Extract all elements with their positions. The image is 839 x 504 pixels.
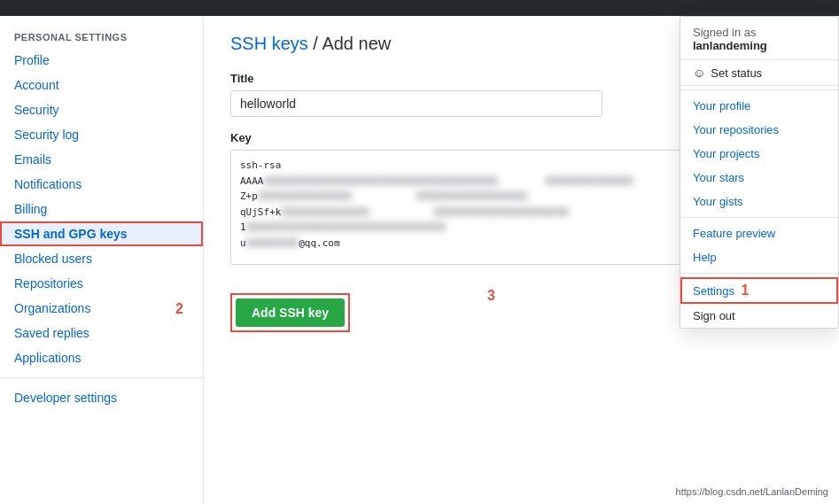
add-ssh-btn-wrapper: Add SSH key xyxy=(230,293,350,332)
sidebar-item-developer-settings[interactable]: Developer settings xyxy=(0,385,203,410)
sidebar-item-emails[interactable]: Emails xyxy=(0,147,203,172)
key-line3: Z+pXXXXXXXXXXXXXXXX XXXXXXXXXXXXXXXXXXX xyxy=(240,189,699,205)
sidebar-item-applications[interactable]: Applications xyxy=(0,345,203,370)
sidebar-item-security[interactable]: Security xyxy=(0,97,203,122)
key-line5: 1XXXXXXXXXXXXXXXXXXXXXXXXXXXXXXXXXX xyxy=(240,220,699,236)
dropdown-menu: Signed in as lanlandeming ☺ Set status Y… xyxy=(680,16,839,329)
dropdown-your-gists[interactable]: Your gists xyxy=(680,190,838,213)
dropdown-settings[interactable]: Settings 1 xyxy=(680,277,838,304)
title-rest: Add new xyxy=(322,34,391,53)
sidebar-item-notifications[interactable]: Notifications xyxy=(0,172,203,197)
top-bar xyxy=(0,0,839,16)
sidebar-item-organizations[interactable]: Organizations xyxy=(0,296,203,321)
dropdown-divider-3 xyxy=(680,273,838,274)
title-input[interactable] xyxy=(230,90,602,117)
key-line6: uXXXXXXXXX@qq.com xyxy=(240,236,699,252)
set-status-label: Set status xyxy=(711,66,762,80)
sidebar-item-blocked-users[interactable]: Blocked users xyxy=(0,246,203,271)
footer-link: https://blog.csdn.net/LanlanDeming xyxy=(676,486,828,497)
add-ssh-button[interactable]: Add SSH key xyxy=(236,299,345,327)
step1-label: 1 xyxy=(742,283,750,298)
dropdown-divider-2 xyxy=(680,217,838,218)
sidebar-item-billing[interactable]: Billing xyxy=(0,197,203,221)
sidebar-item-security-log[interactable]: Security log xyxy=(0,122,203,147)
dropdown-divider-1 xyxy=(680,89,838,90)
sidebar-item-saved-replies[interactable]: Saved replies xyxy=(0,321,203,345)
key-textarea[interactable]: ssh-rsa AAAAXXXXXXXXXXXXXXXXXXXXXXXXXXXX… xyxy=(230,150,709,265)
step3-label: 3 xyxy=(487,288,495,304)
key-line4: qUjSf+kXXXXXXXXXXXXXXX XXXXXXXXXXXXXXXXX… xyxy=(240,205,699,221)
dropdown-your-stars[interactable]: Your stars xyxy=(680,166,838,190)
sidebar-item-ssh-gpg-keys[interactable]: SSH and GPG keys xyxy=(0,221,203,246)
dropdown-help[interactable]: Help xyxy=(680,245,838,269)
step2-label: 2 xyxy=(175,301,183,317)
set-status-item[interactable]: ☺ Set status xyxy=(680,60,838,86)
dropdown-your-repositories[interactable]: Your repositories xyxy=(680,118,838,142)
key-line2: AAAAXXXXXXXXXXXXXXXXXXXXXXXXXXXXXXXXXXXX… xyxy=(240,174,699,190)
dropdown-your-profile[interactable]: Your profile xyxy=(680,94,838,118)
dropdown-username: lanlandeming xyxy=(693,39,826,52)
sidebar-item-profile[interactable]: Profile xyxy=(0,48,203,73)
ssh-keys-link[interactable]: SSH keys xyxy=(230,34,308,53)
signed-in-as-text: Signed in as xyxy=(693,26,757,39)
dropdown-feature-preview[interactable]: Feature preview xyxy=(680,221,838,245)
title-separator: / xyxy=(308,34,322,53)
sidebar: Personal settings Profile Account Securi… xyxy=(0,16,204,504)
dropdown-sign-out[interactable]: Sign out xyxy=(680,304,838,328)
sidebar-item-repositories[interactable]: Repositories xyxy=(0,271,203,296)
sidebar-divider xyxy=(0,377,203,378)
settings-label: Settings xyxy=(693,284,734,298)
sidebar-item-account[interactable]: Account xyxy=(0,73,203,97)
sidebar-section-label: Personal settings xyxy=(0,25,203,48)
key-line1: ssh-rsa xyxy=(240,158,699,174)
smiley-icon: ☺ xyxy=(693,66,705,80)
dropdown-your-projects[interactable]: Your projects xyxy=(680,142,838,166)
dropdown-header: Signed in as lanlandeming xyxy=(680,17,838,60)
main-container: Personal settings Profile Account Securi… xyxy=(0,16,839,504)
